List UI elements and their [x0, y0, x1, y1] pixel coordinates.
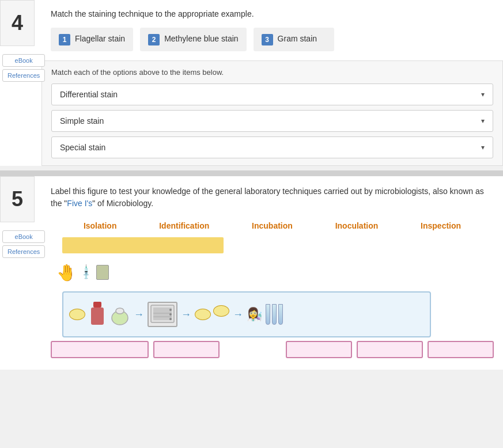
right-section: → 👩‍🔬	[195, 304, 283, 325]
dropdown-differential-arrow: ▾	[481, 90, 485, 98]
sidebar-q5: eBook References	[0, 228, 47, 260]
petri-dish-2	[195, 309, 211, 320]
question-5-number: 5	[0, 176, 35, 222]
question-5-section: 5 eBook References Label this figure to …	[0, 176, 503, 370]
match-instruction: Match each of the options above to the i…	[51, 68, 493, 77]
petri-dishes-left	[69, 309, 85, 320]
answer-box-2[interactable]	[153, 341, 220, 358]
svg-rect-1	[91, 307, 104, 325]
bottle-icon	[89, 302, 106, 327]
stain-badge-2: 2	[148, 34, 160, 45]
dropdown-differential[interactable]: Differential stain ▾	[51, 83, 493, 105]
hand-area: 🤚 💉	[56, 258, 109, 287]
label-inspection: Inspection	[421, 221, 461, 230]
stain-label-1: Flagellar stain	[75, 33, 125, 44]
svg-point-9	[169, 313, 172, 316]
svg-rect-5	[153, 307, 172, 320]
stain-card-3[interactable]: 3 Gram stain	[254, 28, 334, 51]
answer-box-4[interactable]	[357, 341, 423, 358]
answer-box-1[interactable]	[51, 341, 149, 358]
dropdown-special[interactable]: Special stain ▾	[51, 136, 493, 158]
question-4-content: Match the staining technique to the appr…	[41, 0, 503, 166]
petri-dish-3	[213, 305, 229, 317]
answer-box-5[interactable]	[428, 341, 494, 358]
sidebar-q4: eBook References	[0, 52, 47, 84]
incubator-icon	[148, 302, 177, 327]
flask-area	[109, 303, 130, 326]
tube-2	[272, 304, 277, 325]
stain-label-2: Methylene blue stain	[164, 33, 238, 44]
petri-dishes-right	[195, 309, 229, 320]
svg-rect-0	[93, 302, 101, 307]
match-box: Match each of the options above to the i…	[41, 60, 503, 166]
laptop-icon: 👩‍🔬	[247, 307, 262, 322]
references-button-q4[interactable]: References	[2, 69, 45, 82]
question-4-number: 4	[0, 0, 35, 46]
question-4-text: Match the staining technique to the appr…	[51, 9, 494, 18]
incubator-svg	[150, 304, 175, 325]
lab-diagram-wrapper: →	[51, 291, 494, 337]
dropdown-special-label: Special stain	[60, 143, 105, 152]
stain-options-row: 1 Flagellar stain 2 Methylene blue stain…	[51, 28, 494, 51]
label-identification: Identification	[159, 221, 209, 230]
svg-point-8	[169, 309, 172, 311]
references-button-q5[interactable]: References	[2, 245, 45, 258]
can-icon	[96, 265, 109, 280]
answer-boxes-row	[51, 341, 494, 358]
stain-badge-3: 3	[262, 34, 273, 45]
petri-dish-1	[69, 309, 85, 320]
arrow-1: →	[134, 309, 144, 321]
five-is-labels-row: Isolation Identification Incubation Inoc…	[51, 221, 494, 230]
stain-badge-1: 1	[59, 34, 70, 45]
svg-point-10	[169, 318, 172, 320]
top-illustration-row: 🤚 💉	[51, 258, 494, 287]
arrow-2: →	[181, 309, 191, 321]
dropdown-differential-label: Differential stain	[60, 90, 118, 99]
arrow-3: →	[233, 309, 243, 321]
lab-diagram: →	[62, 291, 431, 337]
stain-card-1[interactable]: 1 Flagellar stain	[51, 28, 133, 51]
question5-text-end: " of Microbiology.	[92, 199, 153, 208]
syringe-icon: 💉	[77, 263, 95, 281]
question-5-content: Label this figure to test your knowledge…	[41, 176, 503, 358]
stain-card-2[interactable]: 2 Methylene blue stain	[140, 28, 246, 51]
dropdown-simple-label: Simple stain	[60, 116, 104, 126]
question-5-text: Label this figure to test your knowledge…	[51, 185, 494, 210]
incubator-area	[148, 302, 177, 327]
label-incubation: Incubation	[252, 221, 293, 230]
svg-point-3	[116, 308, 124, 314]
highlight-five-is: Five I's	[67, 199, 92, 208]
dropdown-special-arrow: ▾	[481, 143, 485, 151]
section-divider	[0, 170, 503, 176]
flask-icon	[109, 303, 130, 326]
question-4-section: 4 eBook References Match the staining te…	[0, 0, 503, 166]
hand-icon: 🤚	[56, 263, 77, 282]
yellow-highlight-bar	[62, 237, 224, 253]
tube-1	[266, 304, 270, 325]
petri-group-left	[69, 309, 85, 320]
tubes-area	[266, 304, 283, 325]
bottles-area	[89, 302, 106, 327]
dropdown-simple-arrow: ▾	[481, 117, 485, 125]
dropdown-simple[interactable]: Simple stain ▾	[51, 110, 493, 132]
stain-label-3: Gram stain	[278, 33, 317, 44]
label-isolation: Isolation	[84, 221, 117, 230]
tube-3	[278, 304, 283, 325]
ebook-button-q4[interactable]: eBook	[2, 54, 45, 67]
label-inoculation: Inoculation	[335, 221, 379, 230]
ebook-button-q5[interactable]: eBook	[2, 230, 45, 243]
answer-box-3[interactable]	[286, 341, 352, 358]
